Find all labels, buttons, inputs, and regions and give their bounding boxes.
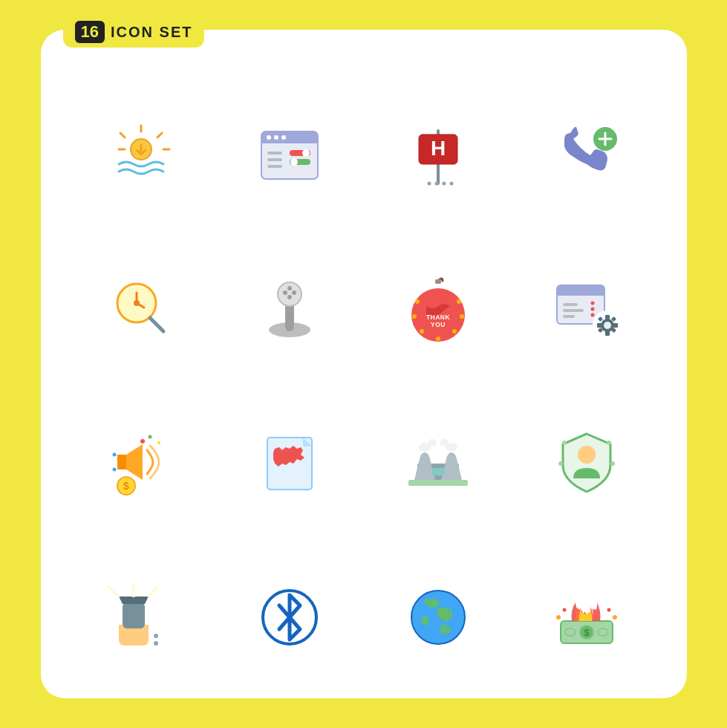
svg-point-11 <box>274 135 278 140</box>
svg-point-24 <box>434 181 438 185</box>
badge-text: ICON SET <box>111 24 192 41</box>
svg-point-110 <box>562 608 566 612</box>
svg-point-46 <box>412 314 417 319</box>
icons-grid: H <box>71 82 657 691</box>
canada-map-icon <box>252 426 327 501</box>
svg-point-79 <box>112 452 116 456</box>
svg-point-39 <box>292 290 296 295</box>
marketing-icon: $ <box>104 426 178 501</box>
icon-nuclear-plant <box>368 390 509 537</box>
svg-point-71 <box>590 308 594 311</box>
svg-point-78 <box>157 441 160 444</box>
svg-point-96 <box>154 634 158 638</box>
icon-thank-you: THANK YOU <box>368 236 509 383</box>
svg-rect-14 <box>267 158 282 161</box>
svg-rect-62 <box>605 315 610 319</box>
icon-user-security <box>516 390 657 537</box>
svg-point-85 <box>428 439 437 446</box>
joystick-icon <box>252 272 327 346</box>
svg-text:THANK: THANK <box>426 313 450 321</box>
svg-point-12 <box>281 135 286 140</box>
svg-rect-42 <box>435 279 441 284</box>
svg-point-44 <box>415 299 420 304</box>
settings-browser-icon <box>252 118 327 192</box>
icon-bluetooth <box>219 545 360 692</box>
badge-number: 16 <box>75 21 105 43</box>
globe-icon <box>401 580 475 654</box>
svg-point-34 <box>134 300 140 306</box>
icon-hospital-sign: H <box>368 82 509 229</box>
icon-burning-money: $ <box>516 545 657 692</box>
svg-point-23 <box>427 181 431 185</box>
svg-rect-64 <box>597 323 602 328</box>
burning-money-icon: $ <box>550 580 624 654</box>
icon-flashlight <box>71 545 212 692</box>
add-call-icon <box>550 118 624 192</box>
user-security-icon <box>550 426 624 501</box>
svg-point-40 <box>287 286 292 290</box>
icon-web-settings <box>516 236 657 383</box>
svg-point-45 <box>457 299 461 304</box>
svg-point-38 <box>283 290 287 295</box>
badge: 16 ICON SET <box>63 16 205 48</box>
svg-rect-57 <box>563 309 584 312</box>
icon-joystick <box>219 236 360 383</box>
svg-point-87 <box>440 439 449 446</box>
svg-point-37 <box>278 282 301 306</box>
svg-rect-56 <box>563 303 578 306</box>
nuclear-plant-icon <box>401 426 475 501</box>
svg-point-111 <box>607 608 610 612</box>
svg-point-41 <box>287 295 292 299</box>
svg-rect-13 <box>267 152 282 155</box>
svg-rect-55 <box>557 290 604 296</box>
svg-line-2 <box>157 133 162 137</box>
svg-point-97 <box>154 641 158 646</box>
main-card: 16 ICON SET <box>41 30 687 698</box>
svg-rect-94 <box>123 602 145 628</box>
svg-point-19 <box>290 158 298 166</box>
svg-point-48 <box>420 329 424 334</box>
svg-point-109 <box>613 615 617 620</box>
bluetooth-icon <box>252 580 327 654</box>
svg-rect-73 <box>117 455 126 469</box>
svg-rect-58 <box>563 315 575 318</box>
icon-add-call <box>516 82 657 229</box>
svg-point-90 <box>562 441 567 445</box>
svg-point-72 <box>590 313 594 317</box>
svg-point-25 <box>442 181 446 185</box>
time-search-icon <box>104 272 178 346</box>
svg-text:H: H <box>430 137 445 160</box>
svg-point-93 <box>610 461 615 466</box>
svg-text:$: $ <box>123 480 129 492</box>
icon-time-search <box>71 236 212 383</box>
icon-canada-map <box>219 390 360 537</box>
svg-point-49 <box>452 329 457 334</box>
web-settings-icon <box>550 272 624 346</box>
svg-point-91 <box>607 441 611 445</box>
svg-rect-88 <box>432 468 444 475</box>
svg-rect-63 <box>605 331 610 336</box>
svg-point-77 <box>148 435 151 438</box>
svg-point-61 <box>604 322 611 329</box>
svg-rect-15 <box>267 165 282 168</box>
svg-point-95 <box>130 590 137 597</box>
svg-point-10 <box>267 135 271 140</box>
icon-settings-browser <box>219 82 360 229</box>
flashlight-icon <box>104 580 178 654</box>
svg-point-92 <box>558 461 563 466</box>
svg-point-70 <box>590 302 594 305</box>
icon-globe <box>368 545 509 692</box>
svg-rect-82 <box>408 480 468 486</box>
svg-rect-65 <box>613 323 618 328</box>
svg-text:$: $ <box>584 628 589 638</box>
svg-point-76 <box>140 439 145 443</box>
icon-sunset <box>71 82 212 229</box>
hospital-sign-icon: H <box>401 118 475 192</box>
thank-you-icon: THANK YOU <box>401 272 475 346</box>
svg-point-47 <box>460 314 464 319</box>
svg-point-89 <box>578 446 596 464</box>
svg-point-80 <box>112 467 116 471</box>
svg-point-17 <box>302 149 310 157</box>
svg-text:YOU: YOU <box>431 321 446 328</box>
svg-line-33 <box>150 318 163 331</box>
